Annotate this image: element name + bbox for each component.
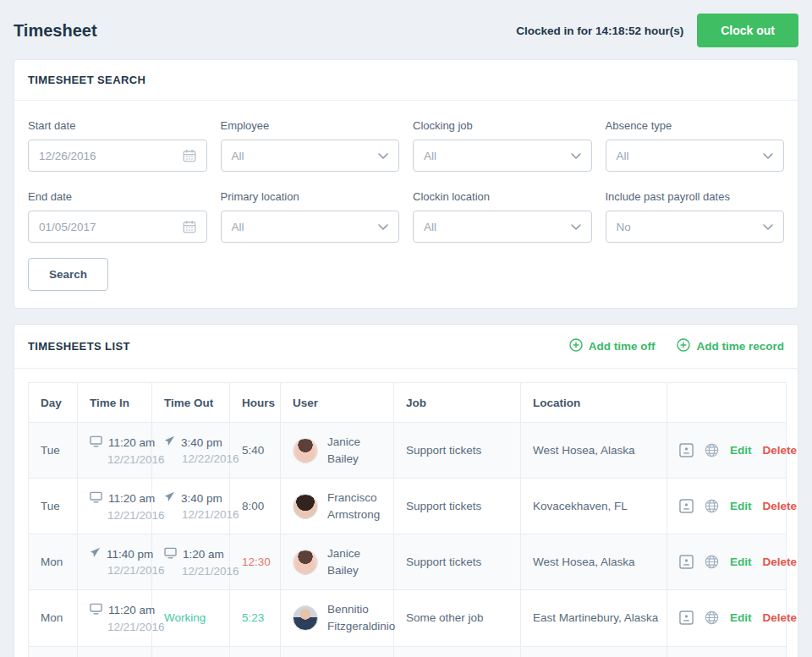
location-cell: West Hosea, Alaska [521,534,667,590]
actions-cell: Edit Delete [667,479,787,534]
delete-link[interactable]: Delete [763,611,798,624]
include-past-payroll-field-group: Include past payroll dates No [606,185,785,243]
plus-circle-icon [569,338,583,354]
delete-link[interactable]: Delete [763,500,798,512]
absence-type-field-group: Absence type All [606,114,785,172]
clocked-in-status: Clocked in for 14:18:52 hour(s) [516,25,683,37]
clocking-job-label: Clocking job [413,119,592,132]
add-time-off-link[interactable]: Add time off [569,338,656,354]
col-header-time-in: Time In [78,383,152,423]
chevron-down-icon [571,224,581,230]
globe-icon[interactable] [705,443,719,457]
table-row: Mon 11:40 pm 12/21/2016 1:20 am 12/21/20… [29,534,787,590]
search-panel-title: TIMESHEET SEARCH [28,74,145,86]
clocking-job-select[interactable]: All [413,140,592,172]
time-in-cell: 11:20 am 12/21/2016 [78,479,152,534]
time-in-cell: 11:40 pm 12/21/2016 [78,646,152,657]
location-arrow-icon [90,547,101,561]
table-row: Tue 11:20 am 12/21/2016 3:40 pm 12/22/20… [29,423,787,479]
clocking-job-selected-value: All [424,150,436,162]
col-header-time-out: Time Out [152,383,230,423]
actions-cell: Edit Delete [667,534,787,590]
clockin-location-label: Clockin location [413,190,592,203]
delete-link[interactable]: Delete [763,444,798,457]
timesheet-table-wrap: Day Time In Time Out Hours User Job Loca… [14,369,798,657]
time-in-cell: 11:20 am 12/21/2016 [78,590,152,646]
start-date-input-wrap [28,140,207,172]
chevron-down-icon [378,153,388,159]
calendar-icon[interactable] [183,149,196,162]
globe-icon[interactable] [705,499,719,513]
include-past-payroll-selected-value: No [617,221,631,233]
actions-cell: Edit Delete [667,646,787,657]
avatar [293,438,318,463]
col-header-day: Day [29,383,78,423]
time-out-cell: 3:40 pm 12/22/2016 [152,423,230,479]
col-header-job: Job [394,383,521,423]
location-cell: West Hosea, Alaska [521,423,667,479]
monitor-icon [164,547,177,561]
top-bar: Timesheet Clocked in for 14:18:52 hour(s… [0,0,812,59]
avatar [293,550,318,575]
list-panel-header: TIMESHEETS LIST Add time off Add time re… [14,325,798,369]
search-form-row-1: Start date Employee All Clocking job All [14,101,798,172]
absence-type-select[interactable]: All [606,140,785,172]
globe-icon[interactable] [705,610,719,625]
employee-select[interactable]: All [221,140,400,172]
delete-link[interactable]: Delete [763,556,798,568]
col-header-location: Location [521,383,667,423]
primary-location-select[interactable]: All [221,211,400,243]
timesheet-page: Timesheet Clocked in for 14:18:52 hour(s… [0,0,812,657]
clock-out-button[interactable]: Clock out [697,14,798,47]
start-date-input[interactable] [39,150,183,162]
location-cell: East Martinebury, Alaska [521,590,667,646]
add-time-record-link[interactable]: Add time record [677,338,784,354]
top-bar-right: Clocked in for 14:18:52 hour(s) Clock ou… [516,14,798,47]
contact-card-icon[interactable] [679,499,694,513]
clockin-location-select[interactable]: All [413,211,592,243]
clocking-job-field-group: Clocking job All [413,114,592,172]
time-out-cell: Working [152,590,230,646]
edit-link[interactable]: Edit [730,611,752,624]
location-arrow-icon [164,491,175,505]
table-row: Mon 11:20 am 12/21/2016 Working 5:23 [29,590,787,646]
col-header-actions [667,383,787,423]
day-cell: Mon [29,534,78,590]
contact-card-icon[interactable] [679,610,694,625]
hours-cell: 12:30 [230,534,281,590]
search-button[interactable]: Search [28,258,108,291]
absence-type-label: Absence type [606,119,785,132]
calendar-icon[interactable] [183,220,196,233]
plus-circle-icon [677,338,690,354]
user-cell: BennitioFitzgeraldinio [281,590,394,646]
col-header-user: User [281,383,394,423]
day-cell: Fri [29,646,78,657]
edit-link[interactable]: Edit [730,556,752,568]
clockin-location-selected-value: All [424,221,436,233]
job-cell: Support tickets [394,479,521,534]
job-cell: Support tickets [394,646,521,657]
end-date-input-wrap [28,211,207,243]
globe-icon[interactable] [705,555,719,569]
page-title: Timesheet [14,21,97,41]
user-cell: JaniceBailey [281,534,394,590]
actions-cell: Edit Delete [667,590,787,646]
col-header-hours: Hours [230,383,281,423]
list-panel-actions: Add time off Add time record [569,338,784,354]
chevron-down-icon [763,153,773,159]
end-date-input[interactable] [39,221,183,233]
end-date-field-group: End date [28,185,207,243]
table-row: Fri 11:40 pm 12/21/2016 1:20 am 12/21/20… [29,646,787,657]
actions-cell: Edit Delete [667,423,787,479]
include-past-payroll-select[interactable]: No [606,211,785,243]
job-cell: Some other job [394,590,521,646]
contact-card-icon[interactable] [679,443,694,457]
employee-label: Employee [221,119,400,132]
monitor-icon [90,603,102,617]
contact-card-icon[interactable] [679,555,694,569]
start-date-label: Start date [28,119,207,132]
edit-link[interactable]: Edit [730,500,752,512]
edit-link[interactable]: Edit [730,444,752,457]
location-cell: West Hosea, Alaska [521,646,667,657]
chevron-down-icon [571,153,581,159]
